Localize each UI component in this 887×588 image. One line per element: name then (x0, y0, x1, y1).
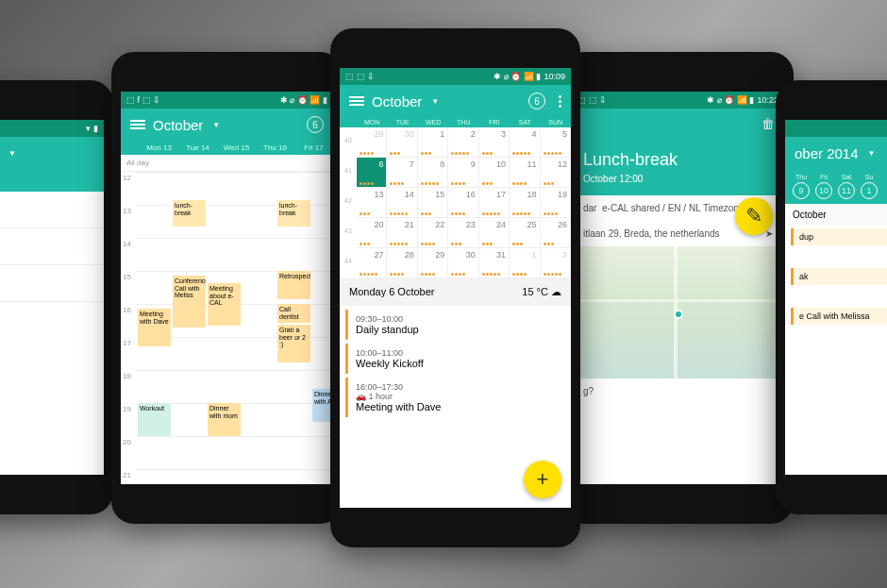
status-bar: ▢ ▢▾ ▮ (0, 120, 104, 137)
todo-item[interactable]: Clean the carsvoosten@e-sites.nl (0, 228, 104, 265)
chevron-down-icon[interactable]: ▼ (868, 149, 876, 158)
month-title[interactable]: ober 2014 (795, 145, 859, 161)
calendar-day[interactable]: 3 (479, 127, 510, 158)
calendar-day[interactable]: 19 (541, 188, 571, 218)
calendar-event[interactable]: lunch-break (173, 200, 206, 227)
calendar-event[interactable]: Conference Call with Meliss (173, 276, 206, 328)
event-when: October 12:00 (583, 174, 773, 184)
chevron-down-icon[interactable]: ▼ (8, 149, 16, 158)
calendar-day[interactable]: 23 (448, 218, 478, 248)
today-badge[interactable]: 6 (528, 92, 545, 109)
calendar-day[interactable]: 15 (418, 188, 448, 218)
day-chip[interactable]: Fri10 (815, 174, 832, 199)
calendar-day[interactable]: 26 (541, 218, 571, 248)
calendar-day[interactable]: 8 (418, 158, 448, 188)
app-bar: October ▼ 6 (121, 109, 333, 141)
calendar-day[interactable]: 20 (357, 218, 387, 248)
app-bar: 🗑 (572, 109, 784, 139)
calendar-day[interactable]: 18 (510, 188, 540, 218)
status-bar: ⬚ f ⬚ ⇩✱ ⌀ ⏰ 📶 ▮ (121, 92, 333, 109)
agenda-item[interactable]: 09:30–10:00Daily standup (345, 310, 565, 340)
weekday-header: Mon 13Tue 14Wed 15Thu 16Fri 17 (121, 141, 333, 155)
tab-bar: ALL TODO (0, 169, 104, 192)
phone-week: ⬚ f ⬚ ⇩✱ ⌀ ⏰ 📶 ▮ October ▼ 6 Mon 13Tue 1… (111, 52, 343, 524)
month-title[interactable]: October (153, 117, 203, 133)
agenda-item[interactable]: 16:00–17:30🚗 1 hourMeeting with Dave (345, 378, 565, 417)
calendar-day[interactable]: 4 (510, 127, 540, 158)
status-bar: ⬚ ⬚ ⇩✱ ⌀ ⏰ 📶 ▮ 10:09 (340, 68, 571, 85)
calendar-day[interactable]: 29 (357, 127, 387, 158)
calendar-day[interactable]: 24 (479, 218, 510, 248)
phone-month: ⬚ ⬚ ⇩✱ ⌀ ⏰ 📶 ▮ 10:09 October ▼ 6 MONTUEW… (330, 28, 580, 547)
day-chip[interactable]: Su1 (861, 174, 878, 199)
menu-icon[interactable] (130, 120, 145, 129)
allday-label: All day (121, 155, 333, 172)
event-title: Lunch-break (583, 150, 773, 170)
fab-edit[interactable]: ✎ (735, 197, 773, 235)
month-grid[interactable]: 4029301234541678910111242131415161718194… (340, 127, 571, 278)
event-header: Lunch-break October 12:00 (572, 139, 784, 195)
month-title[interactable]: October (372, 93, 422, 109)
status-bar: ⬚ ⬚ ⇩✱ ⌀ ⏰ 📶 ▮ 10:22 (572, 92, 784, 109)
calendar-day[interactable]: 17 (479, 188, 510, 218)
day-selector[interactable]: Thu9Fri10Sat11Su1 (785, 169, 887, 204)
phone-event-detail: ⬚ ⬚ ⇩✱ ⌀ ⏰ 📶 ▮ 10:22 🗑 Lunch-break Octob… (562, 52, 794, 524)
agenda-slot[interactable]: dup (791, 228, 887, 245)
day-chip[interactable]: Thu9 (793, 174, 810, 199)
calendar-event[interactable]: Call dentist (277, 304, 310, 323)
calendar-day[interactable]: 11 (510, 158, 540, 188)
calendar-day[interactable]: 14 (387, 188, 417, 218)
app-bar: 2do at home ▼ (0, 137, 104, 169)
calendar-day[interactable]: 28 (387, 248, 417, 278)
agenda-slot[interactable]: ak (791, 268, 887, 285)
calendar-day[interactable]: 22 (418, 218, 448, 248)
week-grid[interactable]: 12131415161718192021lunch-breaklunch-bre… (121, 172, 333, 484)
calendar-day[interactable]: 7 (387, 158, 417, 188)
status-bar: ▮ (785, 120, 887, 137)
overflow-icon[interactable] (559, 95, 561, 108)
calendar-day[interactable]: 12 (541, 158, 571, 188)
calendar-day[interactable]: 2 (541, 248, 571, 278)
calendar-day[interactable]: 13 (357, 188, 387, 218)
calendar-day[interactable]: 29 (418, 248, 448, 278)
calendar-event[interactable]: Meeting about e-CAL (208, 283, 241, 326)
calendar-day[interactable]: 6 (357, 158, 387, 188)
calendar-event[interactable]: lunch-break (277, 200, 310, 227)
calendar-day[interactable]: 5 (541, 127, 571, 158)
calendar-event[interactable]: Dinner with mom (208, 403, 241, 436)
calendar-day[interactable]: 30 (448, 248, 478, 278)
calendar-day[interactable]: 27 (357, 248, 387, 278)
calendar-day[interactable]: 21 (387, 218, 417, 248)
calendar-day[interactable]: 2 (448, 127, 478, 158)
chevron-down-icon[interactable]: ▼ (212, 121, 220, 129)
agenda-item[interactable]: 10:00–11:00Weekly Kickoff (345, 344, 565, 374)
calendar-day[interactable]: 30 (387, 127, 417, 158)
day-chip[interactable]: Sat11 (838, 174, 855, 199)
todo-item[interactable]: Buy flowerssvoosten@e-sites.nl (0, 265, 104, 302)
calendar-day[interactable]: 31 (479, 248, 510, 278)
calendar-day[interactable]: 16 (448, 188, 478, 218)
app-bar: ober 2014 ▼ 6 (785, 137, 887, 169)
agenda-header: Monday 6 October 15 °C ☁ (340, 278, 571, 306)
agenda-date: Monday 6 October (349, 286, 435, 298)
calendar-event[interactable]: Meeting with Dave (138, 309, 171, 346)
weekday-header: MONTUEWEDTHUFRISATSUN (340, 117, 571, 127)
fab-add[interactable]: + (524, 461, 561, 498)
menu-icon[interactable] (349, 96, 364, 106)
calendar-event[interactable]: Workout (138, 403, 171, 436)
chevron-down-icon[interactable]: ▼ (431, 97, 439, 106)
calendar-day[interactable]: 1 (510, 248, 540, 278)
agenda-slot[interactable]: e Call with Melissa (791, 308, 887, 325)
trash-icon[interactable]: 🗑 (761, 116, 775, 131)
calendar-event[interactable]: Grab a beer or 2 :) (277, 325, 310, 362)
section-header: October (785, 204, 887, 226)
calendar-day[interactable]: 25 (510, 218, 540, 248)
calendar-day[interactable]: 10 (479, 158, 510, 188)
today-badge[interactable]: 6 (307, 116, 324, 133)
calendar-day[interactable]: 1 (418, 127, 448, 158)
calendar-event[interactable]: Retrospective (277, 271, 310, 299)
todo-item[interactable]: Do the dishessvoosten@e-sites.nl (0, 192, 104, 228)
map-preview[interactable] (572, 246, 784, 378)
calendar-day[interactable]: 9 (448, 158, 478, 188)
weather: 15 °C ☁ (522, 286, 561, 298)
